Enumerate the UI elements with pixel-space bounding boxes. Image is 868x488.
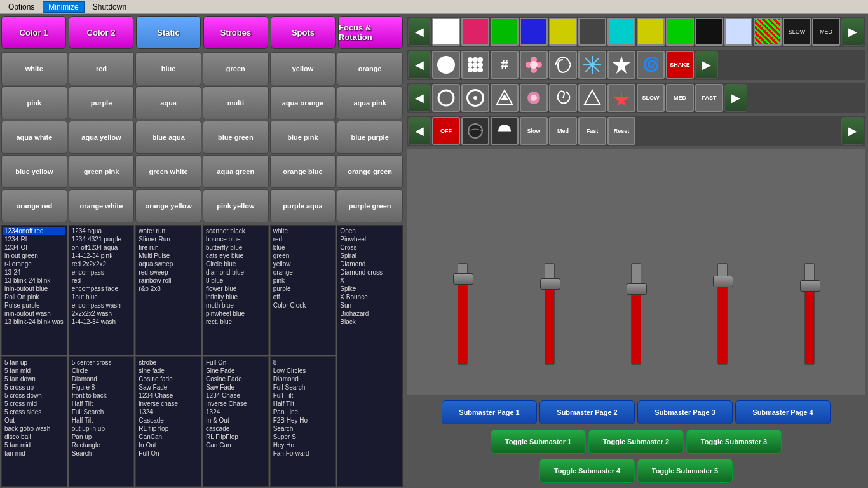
list-item[interactable]: Cosine fade <box>137 375 200 383</box>
swatch-lightblue[interactable] <box>724 18 752 46</box>
color-btn-red[interactable]: red <box>69 52 135 85</box>
list-item[interactable]: moth blue <box>205 301 267 309</box>
list-item[interactable]: cascade <box>205 424 267 433</box>
list-item[interactable]: inin-outout blue <box>3 285 65 293</box>
list-item[interactable]: Out <box>3 416 65 424</box>
list-item[interactable]: F2B Hey Ho <box>272 416 334 424</box>
list-item[interactable]: In Out <box>137 441 200 449</box>
submaster-page-2[interactable]: Submaster Page 2 <box>539 400 635 424</box>
icon-half-circle[interactable] <box>491 117 519 145</box>
toggle-submaster-1[interactable]: Toggle Submaster 1 <box>491 430 586 454</box>
color-btn-aqua[interactable]: aqua <box>135 86 201 119</box>
list-item[interactable]: Full On <box>137 449 200 458</box>
list-item[interactable]: Rectangle <box>71 441 133 449</box>
list-bot-2[interactable]: 5 center crossCircleDiamondFigure 8front… <box>69 356 135 487</box>
color-btn-aqua-orange[interactable]: aqua orange <box>270 86 336 119</box>
list-item[interactable]: pinwheel blue <box>205 309 267 318</box>
list-item[interactable]: green <box>272 252 334 260</box>
list-item[interactable]: 1234-OI <box>3 243 65 252</box>
list-item[interactable]: Fan Forward <box>272 449 334 458</box>
nav-right-2[interactable]: ▶ <box>695 51 718 79</box>
list-item[interactable]: Full Search <box>272 383 334 391</box>
list-item[interactable]: 1234-4321 purple <box>71 235 133 243</box>
list-item[interactable]: RL FlipFlop <box>205 433 267 441</box>
list-item[interactable]: Can Can <box>205 441 267 449</box>
list-item[interactable]: flower blue <box>205 285 267 293</box>
list-item[interactable]: Sine Fade <box>205 367 267 375</box>
color-btn-green[interactable]: green <box>203 52 269 85</box>
list-item[interactable]: 5 fan down <box>3 375 65 383</box>
list-item[interactable]: infinity blue <box>205 293 267 301</box>
list-item[interactable]: Full Tilt <box>272 391 334 400</box>
list-item[interactable]: Saw Fade <box>205 383 267 391</box>
list-item[interactable]: Cross <box>339 243 401 252</box>
icon-rose[interactable] <box>520 84 548 112</box>
menu-minimize[interactable]: Minimize <box>43 1 84 13</box>
icon-dot[interactable] <box>461 84 489 112</box>
list-item[interactable]: 5 fan mid <box>3 441 65 449</box>
list-item[interactable]: In & Out <box>205 416 267 424</box>
icon-star[interactable] <box>607 51 635 79</box>
list-item[interactable]: rainbow roll <box>137 276 200 285</box>
list-bot-3[interactable]: strobesine fadeCosine fadeSaw Fade1234 C… <box>135 356 201 487</box>
nav-left-1[interactable]: ◀ <box>408 18 431 46</box>
swatch-pattern[interactable] <box>754 18 782 46</box>
color-btn-blue-aqua[interactable]: blue aqua <box>135 121 201 154</box>
color-btn-purple-aqua[interactable]: purple aqua <box>270 189 336 222</box>
list-item[interactable]: Half Tilt <box>272 400 334 408</box>
list-item[interactable]: r&b 2x8 <box>137 285 200 293</box>
list-item[interactable]: 5 center cross <box>71 358 133 367</box>
swatch-pink[interactable] <box>461 18 489 46</box>
list-item[interactable]: 13 blink-24 blink was <box>3 318 65 326</box>
swatch-cyan[interactable] <box>607 18 635 46</box>
list-item[interactable]: blue <box>272 243 334 252</box>
swatch-blue[interactable] <box>520 18 548 46</box>
nav-left-4[interactable]: ◀ <box>408 117 431 145</box>
list-item[interactable]: diamond blue <box>205 268 267 276</box>
icon-star2[interactable] <box>607 84 635 112</box>
list-item[interactable]: Half Tilt <box>71 416 133 424</box>
list-item[interactable]: 1234-RL <box>3 235 65 243</box>
tab-spots[interactable]: Spots <box>271 16 336 49</box>
icon-med[interactable]: MED <box>666 84 694 112</box>
toggle-submaster-3[interactable]: Toggle Submaster 3 <box>686 430 782 454</box>
list-item[interactable]: 1324 <box>137 408 200 416</box>
list-item[interactable]: 2x2x2x2 wash <box>71 309 133 318</box>
list-item[interactable]: inverse chase <box>137 400 200 408</box>
list-item[interactable]: back gobo wash <box>3 424 65 433</box>
list-item[interactable]: Open <box>339 227 401 235</box>
color-btn-blue-pink[interactable]: blue pink <box>270 121 336 154</box>
icon-off[interactable]: OFF <box>432 117 460 145</box>
fader-track-4[interactable] <box>717 263 728 365</box>
color-btn-green-pink[interactable]: green pink <box>69 155 135 188</box>
color-btn-orange-blue[interactable]: orange blue <box>270 155 336 188</box>
fader-track-5[interactable] <box>804 263 815 365</box>
tab-static[interactable]: Static <box>136 16 201 49</box>
menu-shutdown[interactable]: Shutdown <box>87 1 132 13</box>
list-item[interactable]: Diamond <box>339 260 401 268</box>
color-btn-blue-yellow[interactable]: blue yellow <box>1 155 67 188</box>
swatch-med-label[interactable]: MED <box>812 18 840 46</box>
list-item[interactable]: sine fade <box>137 367 200 375</box>
icon-hash[interactable]: # <box>491 51 519 79</box>
swatch-black[interactable] <box>695 18 723 46</box>
list-item[interactable]: Roll On pink <box>3 293 65 301</box>
list-item[interactable]: Pinwheel <box>339 235 401 243</box>
fader-handle-1[interactable] <box>453 273 473 285</box>
swatch-dark[interactable] <box>578 18 606 46</box>
list-item[interactable]: 5 cross sides <box>3 408 65 416</box>
icon-shake[interactable]: SHAKE <box>666 51 694 79</box>
fader-handle-4[interactable] <box>713 276 733 287</box>
list-top-3[interactable]: water runSlimer Runfire runMulti Pulseaq… <box>135 225 201 355</box>
list-top-5[interactable]: whiteredbluegreenyelloworangepinkpurpleo… <box>270 225 336 355</box>
icon-fast[interactable]: FAST <box>695 84 723 112</box>
list-item[interactable]: Pulse purple <box>3 301 65 309</box>
nav-right-3[interactable]: ▶ <box>724 84 747 112</box>
list-item[interactable]: 8 <box>272 358 334 367</box>
list-item[interactable]: 5 cross mid <box>3 400 65 408</box>
list-bot-4[interactable]: Full OnSine FadeCosine FadeSaw Fade1234 … <box>203 356 269 487</box>
list-item[interactable]: Diamond cross <box>339 268 401 276</box>
list-item[interactable]: off <box>272 293 334 301</box>
swatch-yellow2[interactable] <box>637 18 665 46</box>
list-item[interactable]: scanner black <box>205 227 267 235</box>
